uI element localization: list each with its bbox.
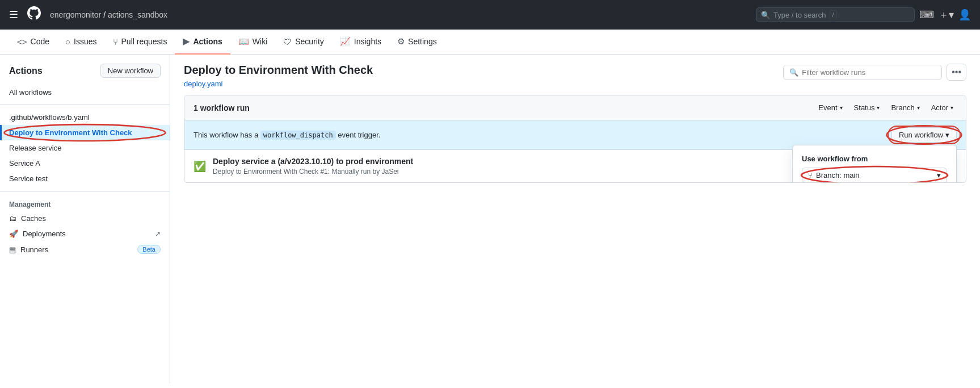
branch-chevron-icon: ▾	[937, 171, 941, 180]
global-search[interactable]: 🔍 Type / to search /	[756, 7, 915, 22]
status-chevron-icon: ▾	[877, 105, 880, 111]
repo-path: energomonitor / actions_sandbox	[50, 10, 167, 19]
sidebar-item-release[interactable]: Release service	[0, 140, 170, 156]
tab-issues[interactable]: ○ Issues	[57, 30, 105, 55]
filter-workflow-runs-input[interactable]	[802, 68, 936, 77]
pr-icon: ⑂	[113, 37, 118, 47]
sidebar-header: Actions New workflow	[0, 64, 170, 85]
actor-chevron-icon: ▾	[950, 105, 953, 111]
sidebar-item-runners[interactable]: ▤ Runners Beta	[0, 241, 170, 257]
sidebar-item-all-workflows[interactable]: All workflows	[0, 85, 170, 100]
event-chevron-icon: ▾	[840, 105, 843, 111]
search-placeholder: Type / to search	[773, 11, 826, 19]
sidebar-title: Actions	[9, 66, 43, 76]
branch-selector-button[interactable]: ⑂ Branch: main ▾	[802, 168, 947, 183]
run-workflow-panel: Use workflow from ⑂ Branch: main ▾	[792, 145, 957, 183]
branch-chevron-icon: ▾	[917, 105, 920, 111]
sidebar-item-deployments[interactable]: 🚀 Deployments ↗	[0, 226, 170, 241]
content-header: Deploy to Environment With Check deploy.…	[184, 64, 966, 88]
sidebar-divider-2	[0, 191, 170, 191]
tab-code[interactable]: <> Code	[9, 30, 57, 55]
success-status-icon: ✅	[194, 160, 206, 173]
dispatch-notice: This workflow has a workflow_dispatch ev…	[184, 120, 966, 150]
branch-selector-wrapper: ⑂ Branch: main ▾	[802, 168, 947, 183]
workflow-file-link[interactable]: deploy.yaml	[184, 80, 222, 88]
sidebar-item-caches[interactable]: 🗂 Caches	[0, 211, 170, 226]
actions-icon: ▶	[183, 36, 190, 47]
content-area: Deploy to Environment With Check deploy.…	[170, 55, 980, 383]
runs-count: 1 workflow run	[194, 103, 250, 112]
sidebar-item-b-yaml[interactable]: .github/workflows/b.yaml	[0, 110, 170, 125]
hamburger-menu[interactable]: ☰	[9, 9, 18, 21]
filter-area: 🔍 •••	[783, 64, 966, 81]
event-filter-button[interactable]: Event ▾	[815, 102, 846, 113]
runs-panel: 1 workflow run Event ▾ Status ▾ Branch ▾	[184, 95, 966, 183]
deployments-icon: 🚀	[9, 230, 18, 238]
branch-filter-button[interactable]: Branch ▾	[888, 102, 923, 113]
settings-icon: ⚙	[397, 36, 405, 47]
sidebar-divider	[0, 105, 170, 105]
org-link[interactable]: energomonitor	[50, 10, 101, 19]
top-nav-right: 🔍 Type / to search / ⌨ ＋▾ 👤	[756, 7, 971, 22]
dispatch-trigger-code: workflow_dispatch	[260, 131, 336, 140]
sidebar-item-deploy[interactable]: Deploy to Environment With Check	[0, 125, 170, 140]
repo-tab-bar: <> Code ○ Issues ⑂ Pull requests ▶ Actio…	[0, 30, 980, 55]
run-workflow-btn-wrapper: Run workflow ▾ Use workflow from ⑂	[891, 127, 957, 143]
ext-link-icon: ↗	[155, 230, 161, 238]
run-workflow-button[interactable]: Run workflow ▾	[891, 127, 957, 143]
github-logo[interactable]	[27, 6, 41, 23]
sidebar-section-management: Management	[0, 196, 170, 211]
top-navbar: ☰ energomonitor / actions_sandbox 🔍 Type…	[0, 0, 980, 30]
tab-wiki[interactable]: 📖 Wiki	[230, 30, 275, 55]
beta-badge: Beta	[137, 245, 161, 254]
tab-security[interactable]: 🛡 Security	[275, 30, 332, 55]
dispatch-text: This workflow has a workflow_dispatch ev…	[194, 131, 380, 139]
add-button[interactable]: ＋▾	[939, 8, 954, 22]
sidebar-item-service-a[interactable]: Service A	[0, 156, 170, 171]
issues-icon: ○	[65, 37, 70, 47]
search-kbd: /	[830, 10, 837, 19]
workflow-info: Deploy to Environment With Check deploy.…	[184, 64, 373, 88]
code-icon: <>	[17, 37, 27, 47]
sidebar-item-service-test[interactable]: Service test	[0, 171, 170, 186]
filter-input-wrapper[interactable]: 🔍	[783, 65, 942, 80]
main-layout: Actions New workflow All workflows .gith…	[0, 55, 980, 383]
tab-actions[interactable]: ▶ Actions	[175, 30, 230, 55]
status-filter-button[interactable]: Status ▾	[851, 102, 884, 113]
use-workflow-from-label: Use workflow from	[802, 155, 947, 163]
sidebar: Actions New workflow All workflows .gith…	[0, 55, 170, 383]
more-options-button[interactable]: •••	[947, 64, 966, 81]
branch-icon: ⑂	[808, 171, 813, 180]
repo-link[interactable]: actions_sandbox	[108, 10, 167, 19]
tab-insights[interactable]: 📈 Insights	[332, 30, 389, 55]
wiki-icon: 📖	[238, 36, 249, 47]
runs-filters: Event ▾ Status ▾ Branch ▾ Actor ▾	[815, 102, 957, 113]
terminal-icon[interactable]: ⌨	[919, 9, 934, 21]
insights-icon: 📈	[340, 36, 351, 47]
runners-icon: ▤	[9, 245, 16, 254]
actor-filter-button[interactable]: Actor ▾	[928, 102, 957, 113]
sidebar-active-wrapper: Deploy to Environment With Check	[0, 125, 170, 140]
tab-settings[interactable]: ⚙ Settings	[389, 30, 445, 55]
search-icon: 🔍	[761, 11, 770, 19]
run-workflow-chevron-icon: ▾	[945, 131, 949, 139]
tab-pull-requests[interactable]: ⑂ Pull requests	[105, 30, 175, 55]
caches-icon: 🗂	[9, 214, 16, 223]
workflow-title: Deploy to Environment With Check	[184, 64, 373, 77]
security-icon: 🛡	[283, 37, 292, 47]
user-avatar[interactable]: 👤	[958, 9, 971, 21]
runs-panel-header: 1 workflow run Event ▾ Status ▾ Branch ▾	[184, 95, 966, 120]
filter-search-icon: 🔍	[789, 68, 798, 77]
new-workflow-button[interactable]: New workflow	[100, 64, 161, 78]
